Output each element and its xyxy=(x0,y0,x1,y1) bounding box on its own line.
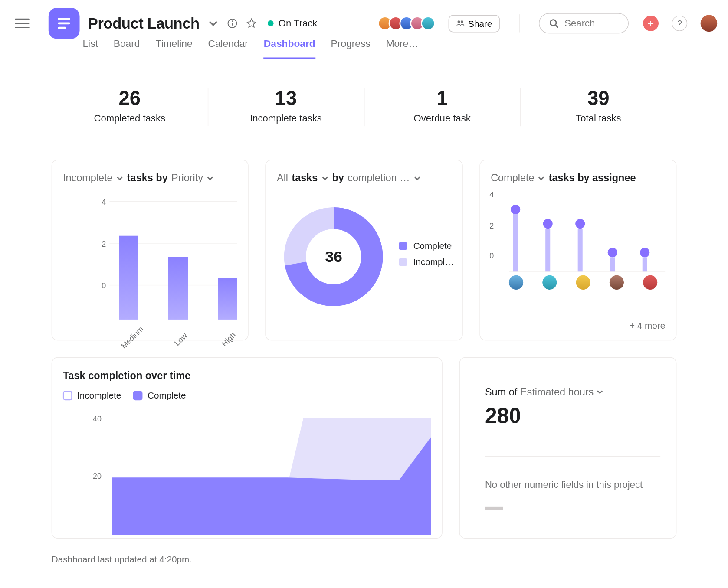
ytick: 0 xyxy=(99,281,106,291)
svg-rect-1 xyxy=(58,22,70,24)
legend-swatch xyxy=(399,258,407,266)
svg-line-9 xyxy=(556,25,558,28)
search-field[interactable] xyxy=(564,18,618,29)
ytick: 40 xyxy=(93,414,102,423)
status-label: On Track xyxy=(279,18,318,29)
stat-value: 26 xyxy=(52,87,208,109)
tab-dashboard[interactable]: Dashboard xyxy=(264,33,315,59)
people-icon xyxy=(456,19,465,27)
ytick: 20 xyxy=(93,471,102,480)
avatar xyxy=(542,275,557,290)
sum-value: 280 xyxy=(485,403,660,428)
add-button[interactable]: + xyxy=(643,16,659,31)
ytick: 2 xyxy=(99,239,106,248)
bar xyxy=(119,236,139,320)
xtick: Low xyxy=(171,330,190,349)
share-button[interactable]: Share xyxy=(449,15,500,32)
chevron-down-icon[interactable] xyxy=(413,175,421,182)
legend-label: Complete xyxy=(413,241,452,251)
chevron-down-icon[interactable] xyxy=(597,389,604,396)
current-user-avatar[interactable] xyxy=(701,15,718,32)
tab-timeline[interactable]: Timeline xyxy=(155,33,192,59)
avatar xyxy=(609,275,623,290)
help-button[interactable]: ? xyxy=(672,16,687,31)
svg-point-5 xyxy=(232,21,233,21)
filter-dropdown[interactable]: Incomplete xyxy=(63,172,113,184)
more-assignees-link[interactable]: + 4 more xyxy=(630,320,665,330)
tab-progress[interactable]: Progress xyxy=(331,33,371,59)
avatar xyxy=(576,275,590,290)
project-members[interactable] xyxy=(378,16,435,30)
avatar xyxy=(643,275,657,290)
filter-dropdown[interactable]: Complete xyxy=(491,172,534,184)
sum-prefix: Sum of xyxy=(485,386,517,398)
dashboard-updated-note: Dashboard last updated at 4:20pm. xyxy=(52,554,677,564)
share-label: Share xyxy=(468,18,492,28)
donut-total: 36 xyxy=(283,206,385,308)
tab-calendar[interactable]: Calendar xyxy=(208,33,248,59)
stat-label: Incomplete tasks xyxy=(208,113,364,124)
project-tabs: List Board Timeline Calendar Dashboard P… xyxy=(82,33,728,59)
search-icon xyxy=(549,19,558,28)
area-chart: 40 20 xyxy=(112,418,431,538)
hamburger-menu-icon[interactable] xyxy=(15,16,30,30)
xtick: High xyxy=(219,330,238,349)
chevron-down-icon[interactable] xyxy=(321,175,329,182)
svg-point-7 xyxy=(461,20,463,23)
info-icon[interactable] xyxy=(227,18,238,29)
search-input[interactable] xyxy=(539,13,629,33)
card-sum-hours[interactable]: Sum of Estimated hours 280 No other nume… xyxy=(459,357,677,539)
project-menu-chevron-icon[interactable] xyxy=(208,18,219,29)
stat-value: 1 xyxy=(364,87,520,109)
legend-label: Incomplete xyxy=(77,390,121,400)
stat-total[interactable]: 39 Total tasks xyxy=(520,83,676,131)
tab-more[interactable]: More… xyxy=(386,33,419,59)
placeholder-dash-icon xyxy=(485,507,503,510)
stat-incomplete[interactable]: 13 Incomplete tasks xyxy=(208,83,364,131)
priority-bar-chart: 4 2 0 Medium Low High xyxy=(110,201,237,320)
chevron-down-icon[interactable] xyxy=(538,175,545,182)
sum-field-dropdown[interactable]: Estimated hours xyxy=(520,386,594,398)
dimension-dropdown[interactable]: completion … xyxy=(348,172,410,184)
divider xyxy=(519,14,519,32)
star-icon[interactable] xyxy=(246,18,257,29)
card-task-completion-time[interactable]: Task completion over time Incomplete Com… xyxy=(52,357,443,539)
tab-board[interactable]: Board xyxy=(114,33,140,59)
assignee-chart: 4 2 0 xyxy=(502,194,665,271)
chevron-down-icon[interactable] xyxy=(116,175,124,182)
stat-value: 13 xyxy=(208,87,364,109)
stat-value: 39 xyxy=(520,87,676,109)
card-priority-bar[interactable]: Incomplete tasks by Priority 4 2 0 xyxy=(52,160,249,340)
ytick: 2 xyxy=(489,222,494,231)
chevron-down-icon[interactable] xyxy=(207,175,214,182)
stat-label: Total tasks xyxy=(520,113,676,124)
tab-list[interactable]: List xyxy=(82,33,98,59)
stat-overdue[interactable]: 1 Overdue task xyxy=(364,83,520,131)
stats-row: 26 Completed tasks 13 Incomplete tasks 1… xyxy=(52,83,677,131)
project-icon[interactable] xyxy=(49,8,80,39)
title-text: tasks xyxy=(292,172,318,184)
title-text: by xyxy=(332,172,344,184)
dimension-dropdown[interactable]: Priority xyxy=(171,172,203,184)
bar xyxy=(218,278,237,320)
card-title: Task completion over time xyxy=(63,370,190,382)
donut-legend: Complete Incompl… xyxy=(399,241,454,273)
divider xyxy=(485,456,660,457)
svg-point-6 xyxy=(458,20,460,23)
legend-swatch xyxy=(63,390,72,400)
project-title: Product Launch xyxy=(88,15,200,32)
donut-chart: 36 xyxy=(283,206,385,308)
stat-completed[interactable]: 26 Completed tasks xyxy=(52,83,208,131)
bar xyxy=(168,257,188,320)
card-assignee[interactable]: Complete tasks by assignee 4 2 0 xyxy=(479,160,676,340)
filter-dropdown[interactable]: All xyxy=(277,172,288,184)
avatar xyxy=(421,16,435,30)
sum-empty-text: No other numeric fields in this project xyxy=(485,478,660,492)
xtick: Medium xyxy=(119,328,142,351)
legend-label: Complete xyxy=(148,390,186,400)
status-dot-icon xyxy=(268,20,274,26)
card-completion-donut[interactable]: All tasks by completion … 36 Complete I xyxy=(266,160,462,340)
assignee-avatars xyxy=(509,275,657,290)
svg-rect-0 xyxy=(58,18,70,20)
project-status[interactable]: On Track xyxy=(268,18,317,29)
